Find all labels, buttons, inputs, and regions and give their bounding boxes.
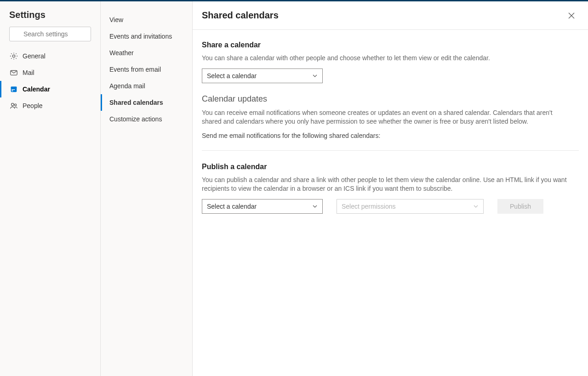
calendar-updates-desc2: Send me email notifications for the foll… xyxy=(202,132,579,139)
close-button[interactable] xyxy=(564,8,579,23)
sidebar-item-label: Mail xyxy=(23,69,34,76)
svg-point-10 xyxy=(15,104,17,106)
divider xyxy=(202,150,579,151)
settings-sidebar: Settings General Mail xyxy=(0,1,101,376)
svg-point-2 xyxy=(12,55,15,57)
publish-calendar-desc: You can publish a calendar and share a l… xyxy=(202,176,570,194)
main-header: Shared calendars xyxy=(193,1,588,30)
sidebar-item-label: General xyxy=(23,52,46,60)
people-icon xyxy=(10,102,18,110)
search-input[interactable] xyxy=(9,27,91,41)
dropdown-label: Select permissions xyxy=(342,203,396,210)
share-calendar-dropdown[interactable]: Select a calendar xyxy=(202,68,323,83)
share-calendar-heading: Share a calendar xyxy=(202,41,579,49)
main-panel: Shared calendars Share a calendar You ca… xyxy=(193,1,588,376)
dropdown-label: Select a calendar xyxy=(207,72,257,80)
sidebar-item-label: People xyxy=(23,102,43,109)
chevron-down-icon xyxy=(473,204,479,209)
subnav-item-events-invitations[interactable]: Events and invitations xyxy=(101,28,192,45)
subnav-item-agenda-mail[interactable]: Agenda mail xyxy=(101,78,192,94)
sidebar-item-general[interactable]: General xyxy=(0,48,100,64)
share-calendar-desc: You can share a calendar with other peop… xyxy=(202,54,570,63)
publish-calendar-section: Publish a calendar You can publish a cal… xyxy=(202,163,579,214)
svg-rect-7 xyxy=(13,89,15,90)
sidebar-item-calendar[interactable]: Calendar xyxy=(0,81,100,97)
settings-title: Settings xyxy=(0,10,100,27)
svg-rect-8 xyxy=(12,91,13,91)
sidebar-item-mail[interactable]: Mail xyxy=(0,64,100,81)
subnav-item-view[interactable]: View xyxy=(101,11,192,28)
mail-icon xyxy=(10,68,18,77)
main-content: Share a calendar You can share a calenda… xyxy=(193,30,588,236)
svg-rect-5 xyxy=(11,87,17,89)
page-title: Shared calendars xyxy=(202,10,279,21)
share-calendar-section: Share a calendar You can share a calenda… xyxy=(202,41,579,83)
settings-subnav: View Events and invitations Weather Even… xyxy=(101,1,193,376)
publish-permissions-dropdown[interactable]: Select permissions xyxy=(337,199,484,214)
search-wrap xyxy=(0,27,100,48)
publish-row: Select a calendar Select permissions Pub… xyxy=(202,199,579,214)
dropdown-label: Select a calendar xyxy=(207,203,257,210)
subnav-item-customize-actions[interactable]: Customize actions xyxy=(101,111,192,127)
publish-button[interactable]: Publish xyxy=(497,199,543,214)
chevron-down-icon xyxy=(312,204,318,209)
subnav-item-weather[interactable]: Weather xyxy=(101,45,192,61)
close-icon xyxy=(568,12,575,19)
calendar-updates-heading: Calendar updates xyxy=(202,94,579,104)
calendar-icon xyxy=(10,85,18,93)
subnav-item-shared-calendars[interactable]: Shared calendars xyxy=(101,94,192,111)
publish-calendar-dropdown[interactable]: Select a calendar xyxy=(202,199,323,214)
sidebar-item-label: Calendar xyxy=(23,85,50,93)
sidebar-item-people[interactable]: People xyxy=(0,97,100,114)
calendar-updates-desc: You can receive email notifications when… xyxy=(202,108,570,126)
chevron-down-icon xyxy=(312,73,318,79)
publish-calendar-heading: Publish a calendar xyxy=(202,163,579,171)
calendar-updates-section: Calendar updates You can receive email n… xyxy=(202,94,579,139)
gear-icon xyxy=(10,52,18,60)
subnav-item-events-from-email[interactable]: Events from email xyxy=(101,61,192,78)
svg-rect-6 xyxy=(12,89,13,90)
svg-point-9 xyxy=(11,103,14,106)
